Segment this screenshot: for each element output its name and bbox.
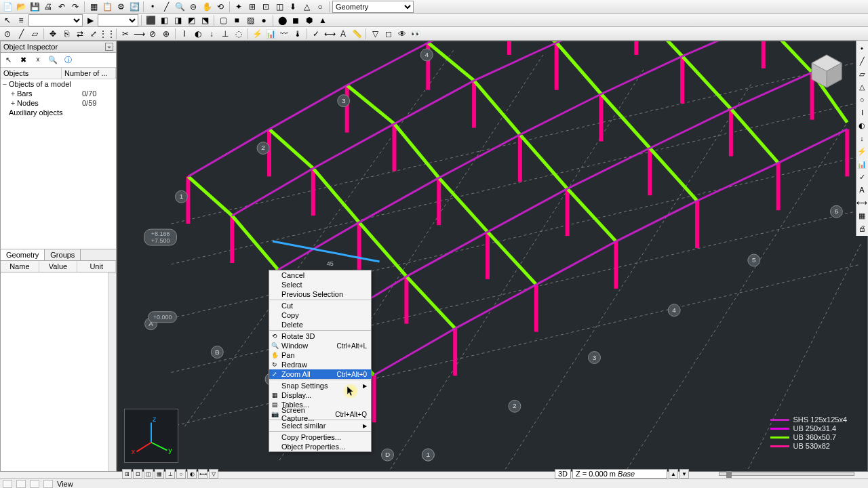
sb-up-icon[interactable]: ▲	[669, 469, 678, 479]
ctx-copy-properties-[interactable]: Copy Properties...	[269, 432, 371, 442]
bb-icon[interactable]	[16, 480, 26, 488]
grid-icon[interactable]: ⊞	[246, 1, 258, 12]
divide-icon[interactable]: ⊘	[146, 28, 159, 39]
viewport[interactable]: 123456 ABCDE1234 +8.166 +7.500 +0.000 45	[117, 41, 868, 472]
sb-icon[interactable]: ⊡	[133, 469, 142, 479]
status-z[interactable]: Z = 0.000 m Base	[572, 469, 667, 479]
rt-dim-icon[interactable]: ⟷	[856, 197, 867, 209]
extend-icon[interactable]: ⟶	[133, 28, 145, 39]
load-icon[interactable]: ⬇	[287, 1, 299, 12]
calc-icon[interactable]: ⚙	[115, 1, 127, 12]
sb-icon[interactable]: ▽	[209, 469, 218, 479]
rt-material-icon[interactable]: ◐	[856, 119, 867, 131]
redo-icon[interactable]: ↷	[69, 1, 81, 12]
ctx-snap-settings[interactable]: Snap Settings▶	[269, 381, 371, 390]
rt-print-icon[interactable]: 🖨	[856, 222, 867, 235]
ctx-display-[interactable]: ▦Display...	[269, 390, 371, 400]
tree-row[interactable]: +Bars0/70	[1, 89, 116, 98]
cyl-icon[interactable]: ⬢	[303, 15, 315, 26]
move-icon[interactable]: ✥	[47, 28, 59, 39]
tab-groups[interactable]: Groups	[45, 249, 81, 260]
sect-def-icon[interactable]: Ⅰ	[178, 28, 191, 39]
snap-icon[interactable]: ⊡	[260, 1, 272, 12]
render-icon[interactable]: ●	[258, 15, 270, 26]
view-yz-icon[interactable]: ◨	[172, 15, 184, 26]
section-icon[interactable]: ◫	[273, 1, 285, 12]
scale-icon[interactable]: ⤢	[87, 28, 100, 39]
rt-release-icon[interactable]: ○	[856, 94, 867, 106]
sb-icon[interactable]: ◐	[187, 469, 197, 479]
rt-table-icon[interactable]: ▦	[856, 209, 867, 222]
expand-tool-icon[interactable]: ☓	[33, 56, 43, 65]
ctx-select-similar[interactable]: Select similar▶	[269, 421, 371, 430]
results-icon[interactable]: 📊	[264, 28, 277, 39]
diag-icon[interactable]: 〰	[278, 28, 290, 39]
ctx-object-properties-[interactable]: Object Properties...	[269, 442, 371, 451]
scrollbar[interactable]	[108, 272, 116, 471]
open-icon[interactable]: 📂	[15, 1, 27, 12]
sb-icon[interactable]: ⟷	[198, 469, 208, 479]
combo2[interactable]	[98, 14, 138, 26]
solid-icon[interactable]: ■	[231, 15, 243, 26]
rt-results-icon[interactable]: 📊	[856, 158, 867, 170]
text-icon[interactable]: A	[337, 28, 349, 39]
node-tool-icon[interactable]: ⊙	[1, 28, 14, 39]
ctx-window[interactable]: 🔍WindowCtrl+Alt+L	[269, 341, 371, 350]
bar-tool-icon[interactable]: ╱	[15, 28, 27, 39]
show-icon[interactable]: 👀	[410, 28, 422, 39]
select-tool-icon[interactable]: ↖	[3, 56, 13, 65]
filter-icon[interactable]: ▽	[369, 28, 381, 39]
view-cube[interactable]	[806, 51, 847, 92]
close-icon[interactable]: ×	[105, 43, 113, 51]
help-tool-icon[interactable]: ⓘ	[63, 56, 73, 65]
ctx-previous-selection[interactable]: Previous Selection	[269, 289, 371, 299]
rt-bar-icon[interactable]: ╱	[856, 55, 867, 67]
pan-icon[interactable]: ✋	[201, 1, 213, 12]
filter-tool-icon[interactable]: ✖	[18, 56, 28, 65]
load-def-icon[interactable]: ↓	[205, 28, 218, 39]
print-icon[interactable]: 🖨	[42, 1, 54, 12]
release-icon[interactable]: ○	[314, 1, 326, 12]
ctx-zoom-all[interactable]: ⤢Zoom AllCtrl+Alt+0	[269, 369, 371, 379]
view-xy-icon[interactable]: ⬛	[144, 15, 157, 26]
save-icon[interactable]: 💾	[28, 1, 41, 12]
report-icon[interactable]: 📋	[101, 1, 113, 12]
bb-icon[interactable]	[3, 480, 12, 488]
calc-run-icon[interactable]: ⚡	[251, 28, 263, 39]
axes-icon[interactable]: ✦	[233, 1, 245, 12]
dim-icon[interactable]: ⟷	[323, 28, 336, 39]
view-xz-icon[interactable]: ◧	[158, 15, 170, 26]
stress-icon[interactable]: 🌡	[292, 28, 304, 39]
meas-icon[interactable]: 📏	[351, 28, 363, 39]
support-icon[interactable]: △	[300, 1, 313, 12]
bb-icon[interactable]	[30, 480, 39, 488]
sb-icon[interactable]: ◫	[144, 469, 153, 479]
zoom-out-icon[interactable]: ⊖	[187, 1, 199, 12]
ctx-rotate-3d[interactable]: ⟲Rotate 3D	[269, 331, 371, 341]
cube-icon[interactable]: ◼	[290, 15, 302, 26]
hide-icon[interactable]: 👁	[396, 28, 408, 39]
mirror-icon[interactable]: ⇄	[74, 28, 86, 39]
check-icon[interactable]: ✓	[310, 28, 322, 39]
tree-row[interactable]: +Nodes0/59	[1, 98, 116, 108]
sb-icon[interactable]: ○	[176, 469, 186, 479]
rt-node-icon[interactable]: •	[856, 42, 867, 54]
sb-icon[interactable]: ▦	[155, 469, 164, 479]
sel-icon[interactable]: ◻	[382, 28, 395, 39]
bar-icon[interactable]: ╱	[160, 1, 172, 12]
tree-row[interactable]: Auxiliary objects	[1, 108, 116, 117]
mat-def-icon[interactable]: ◐	[192, 28, 204, 39]
ctx-pan[interactable]: ✋Pan	[269, 350, 371, 360]
object-tree[interactable]: −Objects of a model+Bars0/70+Nodes0/59Au…	[1, 79, 116, 249]
hidden-icon[interactable]: ▨	[244, 15, 256, 26]
panel-tool-icon[interactable]: ▱	[28, 28, 41, 39]
layers-icon[interactable]: ≡	[15, 15, 27, 26]
zoom-in-icon[interactable]: 🔍	[174, 1, 186, 12]
ctx-copy[interactable]: Copy	[269, 310, 371, 320]
layer-select[interactable]	[28, 14, 83, 26]
undo-icon[interactable]: ↶	[56, 1, 68, 12]
rt-panel-icon[interactable]: ▱	[856, 68, 867, 80]
rotate-icon[interactable]: ⟲	[214, 1, 226, 12]
join-icon[interactable]: ⊕	[160, 28, 172, 39]
sup-def-icon[interactable]: ⊥	[219, 28, 231, 39]
